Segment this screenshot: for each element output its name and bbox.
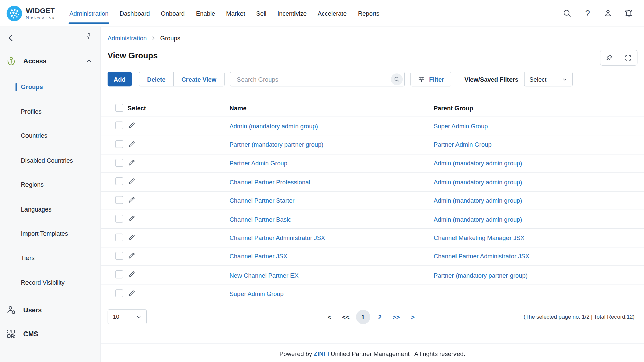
- group-name-link[interactable]: Admin (mandatory admin group): [229, 123, 434, 130]
- sidebar-item-cms[interactable]: CMS: [0, 322, 100, 346]
- sidebar-item-languages[interactable]: Languages: [0, 197, 100, 221]
- nav-item-enable[interactable]: Enable: [196, 0, 215, 27]
- parent-group-link[interactable]: Channel Partner Administrator JSX: [434, 253, 644, 260]
- edit-icon[interactable]: [128, 159, 136, 167]
- edit-icon[interactable]: [128, 177, 136, 185]
- main-content: Administration Groups View Groups: [101, 27, 644, 362]
- parent-group-link[interactable]: Partner Admin Group: [434, 141, 644, 148]
- nav-item-administration[interactable]: Administration: [69, 0, 108, 27]
- row-checkbox[interactable]: [115, 252, 123, 260]
- search-icon[interactable]: [562, 9, 572, 18]
- app-window: WIDGET Networks AdministrationDashboardO…: [0, 0, 644, 362]
- parent-group-link[interactable]: Admin (mandatory admin group): [434, 160, 644, 167]
- sidebar-bottom: Users CMS: [0, 298, 100, 346]
- sidebar-item-regions[interactable]: Regions: [0, 172, 100, 197]
- filter-button[interactable]: Filter: [410, 72, 451, 86]
- sidebar-item-tiers[interactable]: Tiers: [0, 246, 100, 270]
- row-checkbox[interactable]: [115, 140, 123, 148]
- edit-icon[interactable]: [128, 140, 136, 148]
- sidebar-item-record-visibility[interactable]: Record Visibility: [0, 270, 100, 295]
- page-2-button[interactable]: 2: [373, 310, 386, 323]
- notifications-icon[interactable]: [624, 9, 633, 18]
- nav-item-sell[interactable]: Sell: [256, 0, 267, 27]
- sidebar-section-access[interactable]: Access: [0, 55, 100, 67]
- sidebar-section-label: Access: [23, 57, 47, 65]
- row-checkbox[interactable]: [115, 289, 123, 297]
- edit-icon[interactable]: [128, 196, 136, 204]
- group-name-link[interactable]: Channel Partner JSX: [229, 253, 434, 260]
- delete-button[interactable]: Delete: [139, 72, 173, 86]
- pin-icon: [606, 54, 613, 61]
- prev-page-button[interactable]: <: [323, 310, 336, 323]
- sidebar-item-profiles[interactable]: Profiles: [0, 99, 100, 124]
- footer-brand-link[interactable]: ZINFI: [314, 350, 329, 357]
- group-name-link[interactable]: Channel Partner Basic: [229, 216, 434, 223]
- select-all-checkbox[interactable]: [115, 104, 123, 111]
- last-page-button[interactable]: >>: [390, 310, 403, 323]
- create-view-button[interactable]: Create View: [173, 72, 224, 86]
- edit-icon[interactable]: [128, 233, 136, 241]
- parent-group-link[interactable]: Admin (mandatory admin group): [434, 197, 644, 204]
- edit-icon[interactable]: [128, 270, 136, 279]
- page-size-select[interactable]: 10: [108, 309, 147, 324]
- search-submit-icon[interactable]: [391, 73, 403, 85]
- group-name-link[interactable]: Partner (mandatory partner group): [229, 141, 434, 148]
- parent-group-link[interactable]: Super Admin Group: [434, 123, 644, 130]
- pencil-icon: [128, 122, 136, 129]
- saved-filters-select[interactable]: Select: [524, 72, 572, 86]
- row-checkbox[interactable]: [115, 196, 123, 204]
- help-icon[interactable]: ?: [583, 9, 592, 18]
- collapse-back-icon[interactable]: [6, 33, 16, 43]
- chevron-down-icon: [136, 314, 141, 319]
- edit-icon[interactable]: [128, 215, 136, 223]
- chevron-up-icon[interactable]: [85, 57, 92, 65]
- row-checkbox[interactable]: [115, 233, 123, 241]
- edit-icon[interactable]: [128, 122, 136, 130]
- nav-item-market[interactable]: Market: [226, 0, 245, 27]
- fullscreen-button[interactable]: [619, 50, 637, 65]
- group-name-link[interactable]: Channel Partner Starter: [229, 197, 434, 204]
- nav-item-reports[interactable]: Reports: [358, 0, 379, 27]
- first-page-button[interactable]: <<: [339, 310, 352, 323]
- parent-group-link[interactable]: Admin (mandatory admin group): [434, 178, 644, 185]
- sidebar-item-groups[interactable]: Groups: [0, 75, 100, 99]
- nav-item-dashboard[interactable]: Dashboard: [120, 0, 150, 27]
- pencil-icon: [128, 289, 136, 297]
- sidebar: Access GroupsProfilesCountriesDisabled C…: [0, 27, 101, 362]
- brand-logo[interactable]: WIDGET Networks: [7, 6, 56, 21]
- sidebar-pin-icon[interactable]: [85, 33, 92, 40]
- row-checkbox[interactable]: [115, 159, 123, 167]
- next-page-button[interactable]: >: [406, 310, 419, 323]
- edit-icon[interactable]: [128, 252, 136, 260]
- row-checkbox[interactable]: [115, 270, 123, 278]
- pin-view-button[interactable]: [600, 50, 619, 65]
- group-name-link[interactable]: New Channel Partner EX: [229, 272, 434, 279]
- parent-group-link[interactable]: Admin (mandatory admin group): [434, 216, 644, 223]
- row-checkbox[interactable]: [115, 215, 123, 223]
- pencil-icon: [128, 177, 136, 185]
- search-groups-input[interactable]: [236, 75, 391, 83]
- parent-group-link[interactable]: Channel Marketing Manager JSX: [434, 234, 644, 241]
- nav-item-incentivize[interactable]: Incentivize: [277, 0, 307, 27]
- breadcrumb-administration[interactable]: Administration: [108, 35, 147, 42]
- group-name-link[interactable]: Partner Admin Group: [229, 160, 434, 167]
- group-name-link[interactable]: Channel Partner Administrator JSX: [229, 234, 434, 241]
- chevron-right-icon: [150, 35, 156, 41]
- sidebar-item-users[interactable]: Users: [0, 298, 100, 322]
- add-button[interactable]: Add: [108, 72, 132, 86]
- nav-item-onboard[interactable]: Onboard: [161, 0, 185, 27]
- sidebar-item-disabled-countries[interactable]: Disabled Countries: [0, 148, 100, 172]
- user-icon[interactable]: [603, 9, 613, 18]
- row-checkbox[interactable]: [115, 122, 123, 129]
- group-name-link[interactable]: Channel Partner Professional: [229, 178, 434, 185]
- page-1-button[interactable]: 1: [356, 310, 370, 324]
- sidebar-item-import-templates[interactable]: Import Templates: [0, 221, 100, 246]
- sidebar-item-label: Users: [23, 306, 42, 314]
- parent-group-link[interactable]: Partner (mandatory partner group): [434, 272, 644, 279]
- row-checkbox[interactable]: [115, 177, 123, 185]
- sidebar-item-countries[interactable]: Countries: [0, 124, 100, 148]
- edit-icon[interactable]: [128, 289, 136, 297]
- group-name-link[interactable]: Super Admin Group: [229, 290, 434, 297]
- chevron-down-icon: [562, 76, 567, 82]
- nav-item-accelerate[interactable]: Accelerate: [318, 0, 347, 27]
